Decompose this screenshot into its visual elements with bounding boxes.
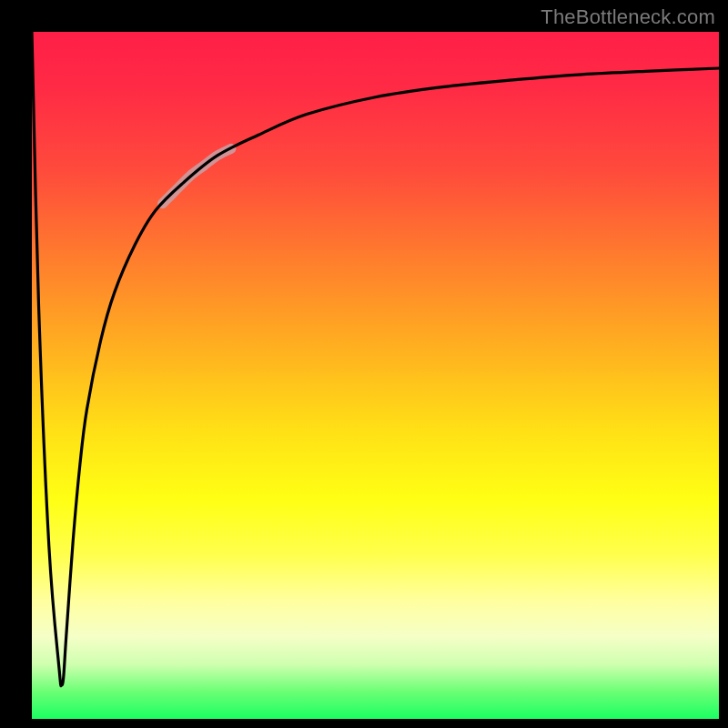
- highlight-layer: [162, 148, 231, 203]
- series-curve: [32, 32, 719, 686]
- attribution-label: TheBottleneck.com: [541, 5, 715, 29]
- chart-svg: [32, 32, 719, 719]
- series-highlight-segment: [162, 148, 231, 203]
- chart-frame: TheBottleneck.com: [0, 0, 728, 728]
- plot-area: [32, 32, 719, 719]
- curve-layer: [32, 32, 719, 686]
